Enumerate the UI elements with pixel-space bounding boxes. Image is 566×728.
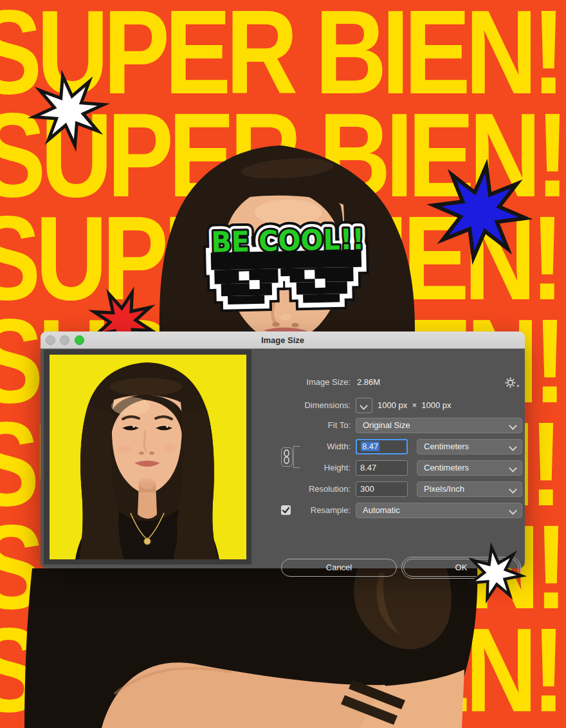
resample-value: Automatic <box>363 505 400 515</box>
link-dimensions-icon[interactable] <box>281 447 293 467</box>
resolution-unit-value: Pixels/Inch <box>424 484 464 494</box>
cancel-button[interactable]: Cancel <box>281 559 397 577</box>
fit-to-value: Original Size <box>363 420 410 430</box>
chevron-down-icon <box>360 402 368 410</box>
resolution-value: 300 <box>360 484 374 494</box>
dimensions-unit-toggle[interactable] <box>356 398 372 413</box>
dimensions-value: 1000 px × 1000 px <box>378 398 452 413</box>
fit-to-select[interactable]: Original Size <box>356 418 522 433</box>
fit-to-label: Fit To: <box>281 418 351 433</box>
dimensions-label: Dimensions: <box>281 398 351 413</box>
resample-select[interactable]: Automatic <box>356 503 522 518</box>
image-size-label: Image Size: <box>281 375 351 390</box>
width-value: 8.47 <box>361 442 379 451</box>
resolution-label: Resolution: <box>281 481 351 497</box>
be-cool-sticker: BE COOL!! <box>192 207 387 317</box>
preview-portrait <box>50 355 246 559</box>
checkmark-icon <box>281 505 291 515</box>
resolution-unit-select[interactable]: Pixels/Inch <box>417 481 522 497</box>
chevron-down-icon <box>509 507 517 515</box>
width-unit-value: Centimeters <box>424 442 469 451</box>
width-unit-select[interactable]: Centimeters <box>417 439 522 454</box>
preview-frame <box>44 350 251 565</box>
chevron-down-icon <box>509 443 517 451</box>
resample-label: Resample: <box>291 503 351 518</box>
height-unit-value: Centimeters <box>424 463 469 472</box>
height-unit-select[interactable]: Centimeters <box>417 460 522 476</box>
chevron-down-icon <box>509 485 517 494</box>
height-input[interactable]: 8.47 <box>356 460 408 476</box>
gear-menu-dot <box>517 385 519 387</box>
poster-canvas: SUPER BIEN! SUPER BIEN! SUPER BIEN! SUPE… <box>0 0 566 728</box>
height-value: 8.47 <box>360 463 376 472</box>
chevron-down-icon <box>509 464 517 472</box>
image-size-value: 2.86M <box>357 375 380 390</box>
width-input[interactable]: 8.47 <box>356 439 408 454</box>
dialog-titlebar[interactable]: Image Size <box>41 331 525 349</box>
chevron-down-icon <box>509 422 517 430</box>
image-preview[interactable] <box>50 355 246 559</box>
resample-checkbox[interactable] <box>281 505 291 515</box>
resolution-input[interactable]: 300 <box>356 481 408 497</box>
dialog-body: Image Size: 2.86M Dimensions: 1000 px × … <box>41 349 525 568</box>
image-size-dialog: Image Size <box>41 331 525 568</box>
gear-icon[interactable] <box>505 377 516 388</box>
ok-button[interactable]: OK <box>403 559 519 577</box>
dialog-title: Image Size <box>41 331 525 349</box>
sticker-text <box>211 223 365 259</box>
link-bracket <box>293 446 300 468</box>
